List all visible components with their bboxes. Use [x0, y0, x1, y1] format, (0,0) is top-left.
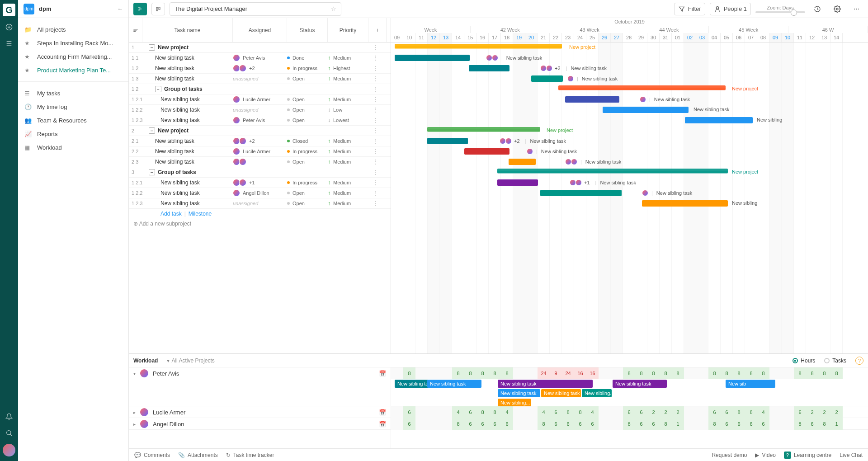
row-menu-icon[interactable]: ⋮ — [368, 86, 382, 92]
add-task-link[interactable]: Add task — [160, 211, 182, 217]
status-cell[interactable]: Open — [287, 97, 328, 102]
priority-cell[interactable]: ↑Medium — [328, 55, 368, 61]
priority-cell[interactable]: ↑Medium — [328, 200, 368, 207]
row-menu-icon[interactable]: ⋮ — [368, 159, 382, 165]
row-menu-icon[interactable]: ⋮ — [368, 190, 382, 196]
gantt-bar[interactable] — [685, 117, 753, 123]
workload-filter[interactable]: ▾ All Active Projects — [167, 358, 214, 364]
status-cell[interactable]: In progress — [287, 180, 328, 185]
task-row[interactable]: 2.2 New sibling task Lucile Armer In pro… — [129, 146, 391, 157]
assignee-cell[interactable]: Peter Avis — [233, 54, 287, 61]
filter-button[interactable]: Filter — [674, 3, 705, 15]
col-assigned[interactable]: Assigned — [233, 18, 287, 42]
footer-demo[interactable]: Request demo — [712, 452, 747, 458]
add-milestone-link[interactable]: Milestone — [189, 211, 212, 217]
add-subproject[interactable]: ⊕ Add a new subproject — [129, 219, 391, 229]
row-menu-icon[interactable]: ⋮ — [368, 138, 382, 144]
gantt-bar[interactable] — [603, 107, 689, 113]
collapse-icon[interactable]: − — [149, 127, 155, 134]
bell-icon[interactable] — [4, 411, 14, 422]
sidebar-nav-my tasks[interactable]: ☰ My tasks — [18, 86, 128, 100]
footer-attachments[interactable]: 📎 Attachments — [178, 452, 218, 458]
priority-cell[interactable]: ↓Low — [328, 107, 368, 113]
priority-cell[interactable]: ↓Lowest — [328, 117, 368, 123]
settings-icon[interactable] — [830, 3, 845, 15]
task-row[interactable]: 1.1 New sibling task Peter Avis Done ↑Me… — [129, 53, 391, 63]
add-icon[interactable] — [4, 22, 14, 33]
gantt-group-bar[interactable] — [427, 127, 540, 132]
calendar-icon[interactable]: 📅 — [379, 421, 386, 428]
col-add[interactable]: + — [368, 18, 387, 42]
sidebar-project-0[interactable]: ★ Steps In Installing Rack Mo... — [18, 36, 128, 50]
user-avatar[interactable] — [3, 444, 15, 456]
priority-cell[interactable]: ↑Medium — [328, 148, 368, 155]
status-cell[interactable]: Open — [287, 76, 328, 81]
search-icon[interactable] — [4, 428, 14, 438]
task-row[interactable]: 1.2 − Group of tasks ⋮ — [129, 84, 391, 94]
gantt-group-bar[interactable] — [558, 85, 726, 90]
task-row[interactable]: 1.2.1 New sibling task +1 In progress ↑M… — [129, 178, 391, 188]
sidebar-nav-reports[interactable]: 📈 Reports — [18, 127, 128, 141]
footer-comments[interactable]: 💬 Comments — [134, 452, 170, 458]
priority-cell[interactable]: ↑Highest — [328, 65, 368, 71]
sidebar-nav-workload[interactable]: ▦ Workload — [18, 141, 128, 154]
row-menu-icon[interactable]: ⋮ — [368, 127, 382, 134]
sidebar-project-2[interactable]: ★ Product Marketing Plan Te... — [18, 63, 128, 77]
task-row[interactable]: 2 − New project ⋮ — [129, 126, 391, 136]
col-status[interactable]: Status — [287, 18, 328, 42]
gantt-bar[interactable] — [469, 65, 509, 71]
status-cell[interactable]: Open — [287, 190, 328, 196]
status-cell[interactable]: In progress — [287, 66, 328, 71]
project-title-input[interactable]: The Digital Project Manager ☆ — [170, 2, 341, 16]
assignee-cell[interactable]: unassigned — [233, 76, 287, 81]
task-row[interactable]: 1.2 New sibling task +2 In progress ↑Hig… — [129, 63, 391, 74]
mode-tasks[interactable]: Tasks — [824, 358, 846, 364]
row-menu-icon[interactable]: ⋮ — [368, 179, 382, 186]
view-board-button[interactable] — [151, 3, 165, 15]
assignee-cell[interactable]: Lucile Armer — [233, 148, 287, 155]
workload-task-bar[interactable]: New sibling task — [613, 380, 667, 388]
workload-task-bar[interactable]: New sibling task — [427, 380, 481, 388]
task-row[interactable]: 1.2.2 New sibling task Angel Dillon Open… — [129, 188, 391, 198]
status-cell[interactable]: Open — [287, 201, 328, 206]
task-row[interactable]: 3 − Group of tasks ⋮ — [129, 167, 391, 178]
expand-icon[interactable]: ▸ — [133, 410, 136, 415]
assignee-cell[interactable]: +1 — [233, 179, 287, 186]
app-logo[interactable]: G — [3, 4, 15, 16]
assignee-cell[interactable]: Angel Dillon — [233, 189, 287, 197]
priority-cell[interactable]: ↑Medium — [328, 190, 368, 196]
workload-task-bar[interactable]: New sib — [726, 380, 775, 388]
row-menu-icon[interactable]: ⋮ — [368, 65, 382, 71]
assignee-cell[interactable] — [233, 158, 287, 165]
priority-cell[interactable]: ↑Medium — [328, 138, 368, 144]
gantt-bar[interactable] — [497, 179, 538, 186]
priority-cell[interactable]: ↑Medium — [328, 179, 368, 186]
status-cell[interactable]: Open — [287, 118, 328, 123]
back-icon[interactable]: ← — [117, 5, 123, 12]
task-row[interactable]: 2.1 New sibling task +2 Closed ↑Medium ⋮ — [129, 136, 391, 146]
gantt-bar[interactable] — [642, 200, 728, 207]
collapse-icon[interactable]: − — [149, 169, 155, 175]
priority-cell[interactable]: ↑Medium — [328, 159, 368, 165]
workload-task-bar[interactable]: New sibling task — [498, 389, 540, 397]
status-cell[interactable]: Closed — [287, 138, 328, 144]
sidebar-nav-team & resources[interactable]: 👥 Team & Resources — [18, 113, 128, 127]
task-row[interactable]: 1.2.3 New sibling task unassigned Open ↑… — [129, 198, 391, 209]
assignee-cell[interactable]: +2 — [233, 65, 287, 72]
status-cell[interactable]: Open — [287, 107, 328, 113]
collapse-icon[interactable]: − — [155, 86, 161, 92]
add-task-row[interactable]: Add task | Milestone — [129, 209, 391, 219]
workload-task-bar[interactable]: New sibling... — [582, 389, 612, 397]
gantt-bar[interactable] — [540, 190, 622, 196]
row-menu-icon[interactable]: ⋮ — [368, 55, 382, 61]
gantt-group-bar[interactable] — [395, 44, 562, 48]
task-row[interactable]: 2.3 New sibling task Open ↑Medium ⋮ — [129, 157, 391, 167]
footer-learning[interactable]: ? Learning centre — [784, 452, 831, 459]
gantt-bar[interactable] — [531, 75, 563, 82]
row-menu-icon[interactable]: ⋮ — [368, 200, 382, 207]
history-icon[interactable] — [810, 3, 825, 15]
task-row[interactable]: 1 − New project ⋮ — [129, 42, 391, 53]
gantt-bar[interactable] — [464, 148, 509, 155]
view-gantt-button[interactable] — [133, 3, 147, 15]
task-row[interactable]: 1.2.3 New sibling task Peter Avis Open ↓… — [129, 115, 391, 126]
